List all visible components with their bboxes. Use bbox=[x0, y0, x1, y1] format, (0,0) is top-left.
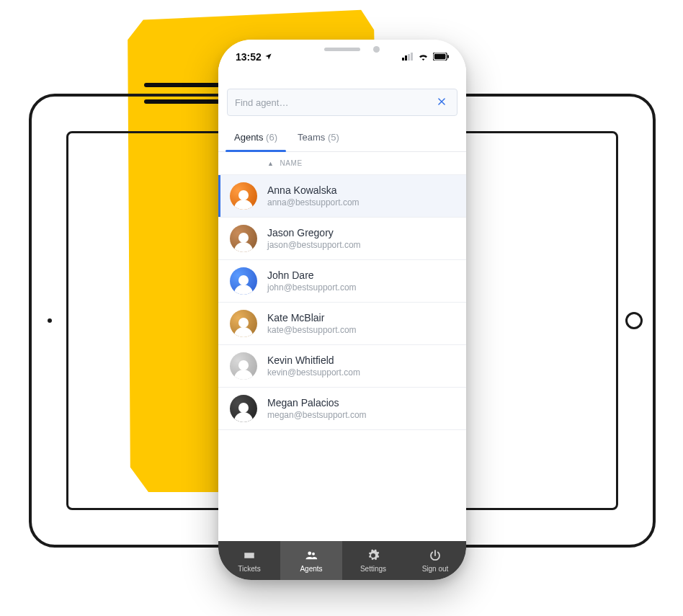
tab-agents[interactable]: Agents (6) bbox=[224, 125, 287, 151]
status-time: 13:52 bbox=[236, 51, 262, 63]
nav-label: Tickets bbox=[238, 565, 260, 573]
tablet-home-icon bbox=[625, 312, 643, 329]
svg-rect-1 bbox=[405, 55, 407, 61]
front-camera-icon bbox=[373, 46, 380, 53]
search-input[interactable] bbox=[235, 97, 434, 108]
list-item[interactable]: Kate McBlair kate@bestsupport.com bbox=[218, 303, 466, 345]
svg-rect-3 bbox=[411, 53, 413, 61]
nav-tickets[interactable]: Tickets bbox=[218, 541, 280, 580]
search-input-wrapper[interactable] bbox=[227, 89, 457, 116]
agent-name: John Dare bbox=[267, 269, 357, 281]
list-item[interactable]: John Dare john@bestsupport.com bbox=[218, 260, 466, 303]
wifi-icon bbox=[418, 51, 429, 63]
avatar bbox=[230, 395, 257, 422]
list-item[interactable]: Jason Gregory jason@bestsupport.com bbox=[218, 218, 466, 260]
svg-point-7 bbox=[308, 551, 311, 555]
tablet-camera-dot bbox=[48, 318, 52, 323]
tab-label: Teams bbox=[298, 132, 325, 143]
sort-asc-icon: ▲ bbox=[267, 160, 274, 167]
nav-label: Sign out bbox=[422, 565, 449, 573]
agent-email: jason@bestsupport.com bbox=[267, 240, 361, 250]
list-item[interactable]: Kevin Whitfield kevin@bestsupport.com bbox=[218, 345, 466, 388]
avatar bbox=[230, 352, 257, 380]
phone-frame: 13:52 bbox=[218, 40, 466, 580]
agent-name: Jason Gregory bbox=[267, 227, 361, 238]
tab-teams[interactable]: Teams (5) bbox=[287, 125, 349, 151]
location-arrow-icon bbox=[264, 51, 272, 63]
battery-icon bbox=[433, 51, 449, 63]
agents-icon bbox=[305, 549, 318, 563]
nav-label: Agents bbox=[300, 565, 322, 573]
gear-icon bbox=[367, 549, 380, 563]
agent-email: john@bestsupport.com bbox=[267, 282, 357, 293]
phone-notch bbox=[285, 40, 400, 58]
agent-name: Anna Kowalska bbox=[267, 184, 360, 196]
speaker-icon bbox=[324, 48, 360, 51]
list-item[interactable]: Megan Palacios megan@bestsupport.com bbox=[218, 388, 466, 430]
phone-screen: 13:52 bbox=[218, 40, 466, 580]
agent-email: kevin@bestsupport.com bbox=[267, 367, 360, 378]
agent-name: Kevin Whitfield bbox=[267, 354, 360, 366]
agent-name: Kate McBlair bbox=[267, 312, 357, 323]
tabs: Agents (6) Teams (5) bbox=[218, 125, 466, 152]
power-icon bbox=[429, 549, 442, 563]
cell-signal-icon bbox=[402, 51, 414, 63]
column-header[interactable]: ▲ NAME bbox=[218, 152, 466, 175]
agent-email: kate@bestsupport.com bbox=[267, 325, 357, 335]
ticket-icon bbox=[243, 549, 256, 563]
nav-label: Settings bbox=[360, 565, 386, 573]
clear-search-icon[interactable] bbox=[434, 93, 450, 112]
tab-count: (5) bbox=[328, 132, 339, 143]
agents-list[interactable]: Anna Kowalska anna@bestsupport.com Jason… bbox=[218, 175, 466, 541]
column-name-label: NAME bbox=[280, 159, 303, 167]
agent-name: Megan Palacios bbox=[267, 397, 367, 409]
agent-email: megan@bestsupport.com bbox=[267, 410, 367, 420]
list-item[interactable]: Anna Kowalska anna@bestsupport.com bbox=[218, 175, 466, 218]
svg-rect-5 bbox=[434, 54, 446, 59]
nav-sign-out[interactable]: Sign out bbox=[404, 541, 466, 580]
agent-email: anna@bestsupport.com bbox=[267, 197, 360, 207]
tab-count: (6) bbox=[266, 132, 277, 143]
tab-label: Agents bbox=[234, 132, 263, 143]
avatar bbox=[230, 310, 257, 337]
svg-rect-0 bbox=[402, 58, 404, 61]
svg-rect-6 bbox=[447, 55, 449, 58]
avatar bbox=[230, 182, 257, 210]
svg-rect-2 bbox=[408, 54, 410, 61]
avatar bbox=[230, 267, 257, 295]
avatar bbox=[230, 225, 257, 252]
svg-point-8 bbox=[312, 552, 315, 555]
